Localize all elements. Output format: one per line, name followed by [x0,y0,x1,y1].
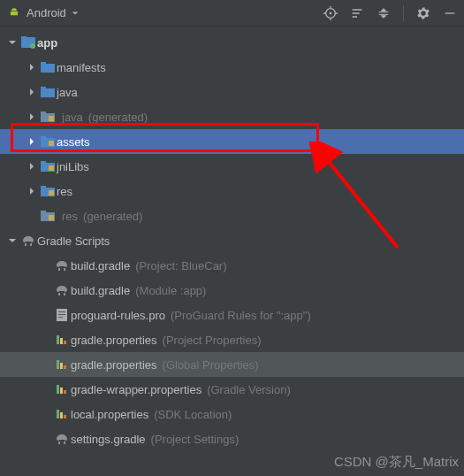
node-suffix: (Global Properties) [163,358,259,372]
folder-icon [39,62,57,73]
gear-icon[interactable] [416,6,430,20]
node-label: java [57,86,78,99]
node-suffix: (Project Properties) [163,334,262,347]
properties-icon [53,334,71,346]
svg-rect-40 [64,415,66,418]
svg-rect-39 [60,412,63,418]
svg-rect-30 [60,338,63,344]
view-dropdown[interactable]: Android [7,6,79,19]
node-label: jniLibs [57,160,89,173]
res-folder-icon [39,186,57,196]
node-label: manifests [57,61,106,74]
svg-point-5 [30,43,35,49]
watermark: CSDN @茶凡_Matrix [334,454,459,471]
svg-rect-37 [64,390,66,394]
tree-node-proguard[interactable]: proguard-rules.pro (ProGuard Rules for "… [0,303,464,327]
gradle-icon [53,284,71,296]
svg-rect-33 [60,363,63,369]
svg-rect-29 [57,335,59,344]
gradle-icon [53,433,71,445]
node-label: proguard-rules.pro [71,309,165,322]
tree-node-java-generated[interactable]: java (generated) [0,104,464,129]
node-suffix: (generated) [83,210,142,223]
svg-point-1 [330,12,332,14]
node-label: gradle.properties [71,334,157,347]
tree-node-properties[interactable]: gradle.properties (Project Properties) [0,327,464,352]
node-suffix: (Gradle Version) [207,383,291,396]
node-label: Gradle Scripts [37,234,110,248]
node-label: gradle.properties [71,358,157,372]
svg-rect-4 [21,36,27,39]
tree-node-java[interactable]: java [0,80,464,104]
svg-rect-27 [58,314,65,315]
properties-icon [53,383,71,395]
tree-node-app[interactable]: app [0,30,464,55]
tree-node-assets[interactable]: assets [0,129,464,154]
tree-node-jnilibs[interactable]: jniLibs [0,154,464,179]
svg-rect-20 [41,186,46,188]
svg-rect-28 [58,317,63,318]
svg-rect-38 [57,410,59,418]
node-label: java [62,111,83,124]
tree-node-gradle-scripts[interactable]: Gradle Scripts [0,228,464,253]
tree-node-gradle-file[interactable]: build.gradle (Module :app) [0,278,464,303]
node-suffix: (generated) [88,111,148,124]
tree-node-gradle-file[interactable]: settings.gradle (Project Settings) [0,426,464,451]
tree-node-properties[interactable]: gradle.properties (Global Properties) [0,352,464,377]
node-suffix: (Module :app) [135,284,206,297]
target-icon[interactable] [323,6,338,20]
svg-rect-2 [445,12,455,13]
minimize-icon[interactable] [443,6,457,20]
svg-rect-11 [41,111,46,114]
svg-rect-15 [49,141,54,146]
tree-node-properties[interactable]: gradle-wrapper.properties (Gradle Versio… [0,377,464,402]
properties-icon [53,358,71,371]
tree-node-properties[interactable]: local.properties (SDK Location) [0,402,464,426]
svg-rect-14 [41,136,46,139]
svg-rect-23 [41,211,46,213]
chevron-down-icon [72,10,79,17]
module-icon [19,36,37,49]
svg-rect-34 [64,365,66,369]
project-tree: app manifests java java (generated) asse… [0,27,464,455]
node-label: app [37,36,57,50]
svg-rect-35 [57,385,59,394]
node-suffix: (Project Settings) [151,433,240,446]
node-suffix: (ProGuard Rules for ":app") [171,309,311,322]
tree-node-gradle-file[interactable]: build.gradle (Project: BlueCar) [0,253,464,278]
node-label: assets [57,135,90,149]
tree-node-res-generated[interactable]: res (generated) [0,203,464,228]
node-label: res [57,185,72,198]
assets-folder-icon [39,136,57,147]
jni-folder-icon [39,161,57,172]
view-label: Android [27,6,66,19]
svg-rect-36 [60,388,63,394]
node-suffix: (Project: BlueCar) [135,259,226,273]
gen-res-folder-icon [39,211,57,221]
node-label: settings.gradle [71,433,146,446]
tree-node-res[interactable]: res [0,179,464,203]
node-suffix: (SDK Location) [154,408,232,421]
svg-rect-8 [41,88,55,97]
gradle-icon [53,259,71,272]
source-folder-icon [39,87,57,97]
tree-node-manifests[interactable]: manifests [0,55,464,80]
android-icon [7,7,21,19]
gradle-icon [19,234,37,247]
svg-rect-6 [41,64,55,73]
svg-rect-26 [58,311,65,312]
svg-rect-9 [41,87,46,89]
file-icon [53,308,71,322]
sort-icon[interactable] [350,6,364,20]
svg-rect-12 [49,116,54,121]
node-label: local.properties [71,408,148,421]
collapse-all-icon[interactable] [377,6,391,20]
node-label: res [62,210,78,223]
node-label: build.gradle [71,259,130,273]
project-toolbar: Android [0,0,464,27]
svg-rect-18 [49,165,54,171]
gen-folder-icon [39,111,57,122]
svg-rect-21 [49,190,54,196]
node-label: gradle-wrapper.properties [71,383,202,396]
node-label: build.gradle [71,284,130,297]
